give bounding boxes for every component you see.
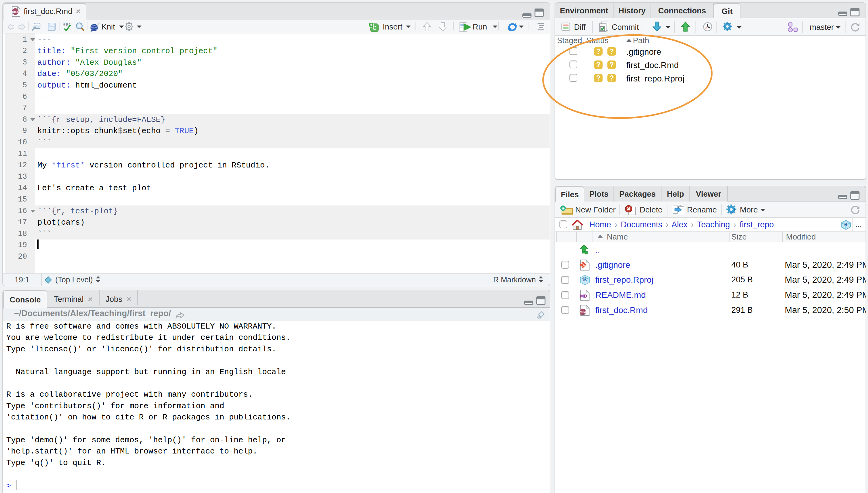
svg-text:MD: MD bbox=[580, 293, 587, 298]
svg-text:Rmd: Rmd bbox=[580, 310, 586, 314]
svg-text:Rmd: Rmd bbox=[12, 10, 18, 13]
svg-text:R: R bbox=[844, 222, 848, 227]
svg-text:R: R bbox=[583, 276, 587, 282]
